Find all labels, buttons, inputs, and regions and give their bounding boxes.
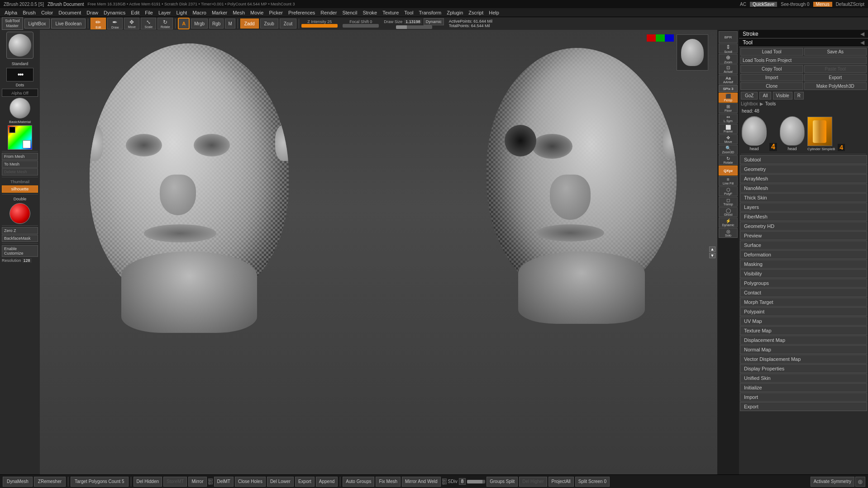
nav-down-arrow[interactable]: ▼ <box>709 253 715 258</box>
corner-icon[interactable]: ⊕ <box>855 477 865 487</box>
default-script[interactable]: DefaultZScript <box>836 2 864 7</box>
thick-skin-section-btn[interactable]: Thick Skin <box>740 193 867 202</box>
tool-panel-header[interactable]: Tool ◀ <box>739 38 868 47</box>
make-polymesh-btn[interactable]: Make PolyMesh3D <box>804 82 867 90</box>
brush-preview[interactable] <box>6 32 33 59</box>
normal-map-section-btn[interactable]: Normal Map <box>740 345 867 354</box>
unified-skin-section-btn[interactable]: Unified Skin <box>740 374 867 383</box>
see-through[interactable]: See-through 0 <box>781 2 809 7</box>
draw-size-slider[interactable] <box>396 25 432 29</box>
activate-symmetry-btn[interactable]: Activate Symmetry <box>811 477 854 487</box>
menu-zscript[interactable]: Zscript <box>466 9 486 16</box>
menu-render[interactable]: Render <box>318 9 339 16</box>
actual-btn[interactable]: ⊡ Actual <box>719 64 738 74</box>
lightbox-btn[interactable]: LightBox <box>24 19 50 28</box>
material-sphere[interactable] <box>10 203 30 224</box>
vector-displacement-section-btn[interactable]: Vector Displacement Map <box>740 355 867 364</box>
geometry-section-btn[interactable]: Geometry <box>740 165 867 174</box>
menu-file[interactable]: File <box>142 9 156 16</box>
uv-map-section-btn[interactable]: UV Map <box>740 317 867 326</box>
save-as-btn[interactable]: Save As <box>804 48 867 56</box>
enable-customize-btn[interactable]: Enable Customize <box>2 245 38 257</box>
frame-btn[interactable]: ⬜ Frame <box>719 124 738 134</box>
menu-layer[interactable]: Layer <box>156 9 174 16</box>
rotate-btn[interactable]: ↻ Rotate <box>157 18 173 29</box>
contact-section-btn[interactable]: Contact <box>740 288 867 297</box>
menu-help[interactable]: Help <box>486 9 502 16</box>
zoom-btn[interactable]: ⊕ Zoom <box>719 54 738 64</box>
live-boolean-btn[interactable]: Live Boolean <box>51 19 86 28</box>
cylinder-thumb[interactable]: Cylinder SimpleB <box>807 117 835 151</box>
append-btn[interactable]: Append <box>316 477 338 487</box>
zadd-btn[interactable]: Zadd <box>240 19 259 28</box>
tools-label[interactable]: Tools <box>765 101 776 106</box>
solo-btn[interactable]: ◎ Solo <box>719 228 738 238</box>
zremesher-btn[interactable]: ZRemesher <box>34 477 66 487</box>
target-polygons-btn[interactable]: Target Polygons Count 5 <box>71 477 129 487</box>
dynamic-vert-btn[interactable]: ⚡ Dynamic <box>719 218 738 227</box>
all-btn[interactable]: All <box>759 92 771 99</box>
alpha-preview[interactable]: Alpha Off <box>2 89 38 97</box>
polyf-btn[interactable]: ⬡ PolyF <box>719 186 738 196</box>
zoom3d-btn[interactable]: 🔍 Zoom3D <box>719 145 738 155</box>
rotate3d-btn[interactable]: ↻ Rotate <box>719 155 738 165</box>
geometry-hd-section-btn[interactable]: Geometry HD <box>740 222 867 231</box>
alpha-indicator[interactable]: A <box>178 18 190 29</box>
zcut-btn[interactable]: Zcut <box>280 19 296 28</box>
menu-alpha[interactable]: Alpha <box>2 9 20 16</box>
displacement-map-section-btn[interactable]: Displacement Map <box>740 336 867 345</box>
menu-mesh[interactable]: Mesh <box>230 9 248 16</box>
draw-btn[interactable]: ✒ Draw <box>107 18 123 29</box>
menu-texture[interactable]: Texture <box>380 9 401 16</box>
menu-dynamics[interactable]: Dynamics <box>101 9 128 16</box>
scroll-btn[interactable]: ⇕ Scroll <box>719 43 738 53</box>
material-preview[interactable] <box>10 98 30 118</box>
load-tool-btn[interactable]: Load Tool <box>740 48 803 56</box>
dynamic-btn[interactable]: Dynamic <box>424 18 444 25</box>
morph-target-section-btn[interactable]: Morph Target <box>740 298 867 307</box>
persp-btn[interactable]: ⬛ Persp <box>719 93 738 103</box>
color-picker-area[interactable] <box>8 125 32 150</box>
mrgb-btn[interactable]: Mrgb <box>191 19 208 28</box>
ghost-btn[interactable]: ◯ Ghost <box>719 207 738 217</box>
menu-marker[interactable]: Marker <box>209 9 230 16</box>
paste-tool-btn[interactable]: Paste Tool <box>804 65 867 73</box>
menu-draw[interactable]: Draw <box>84 9 101 16</box>
menu-color[interactable]: Color <box>38 9 56 16</box>
nav-up-arrow[interactable]: ▲ <box>709 246 715 252</box>
del-higher-btn[interactable]: Del Higher <box>519 477 547 487</box>
menus-btn[interactable]: Menus <box>813 2 832 7</box>
del-hidden-btn[interactable]: Del Hidden <box>134 477 162 487</box>
stroke-preview[interactable]: • • • <box>6 68 33 81</box>
r-btn[interactable]: R <box>794 92 804 99</box>
groups-split-btn[interactable]: Groups Split <box>486 477 518 487</box>
initialize-section-btn[interactable]: Initialize <box>740 383 867 392</box>
menu-zplugin[interactable]: Zplugin <box>444 9 466 16</box>
auto-groups-btn[interactable]: Auto Groups <box>343 477 374 487</box>
store-mt-btn[interactable]: StoreMT <box>163 477 187 487</box>
delete-mesh-btn[interactable]: Delete Mesh <box>2 168 38 175</box>
menu-edit[interactable]: Edit <box>128 9 142 16</box>
polygroups-section-btn[interactable]: Polygroups <box>740 279 867 288</box>
split-screen-btn[interactable]: Split Screen 0 <box>575 477 610 487</box>
linefill-btn[interactable]: ≡ Line Fill <box>719 176 738 186</box>
edit-btn[interactable]: ✏ Edit <box>91 18 106 29</box>
mirror-weld-btn[interactable]: Mirror And Weld <box>402 477 441 487</box>
menu-transform[interactable]: Transform <box>416 9 444 16</box>
floor-btn[interactable]: ⊞ Floor <box>719 103 738 113</box>
m-btn[interactable]: M <box>225 19 235 28</box>
export-section-btn[interactable]: Export <box>740 402 867 411</box>
layers-section-btn[interactable]: Layers <box>740 203 867 212</box>
bpr-btn[interactable]: BPR <box>719 31 738 43</box>
sdiv-slider[interactable] <box>467 480 485 483</box>
polypaint-section-btn[interactable]: Polypaint <box>740 307 867 316</box>
mirror-btn[interactable]: Mirror <box>188 477 206 487</box>
menu-preferences[interactable]: Preferences <box>286 9 318 16</box>
del-mt-btn[interactable]: DelMT <box>214 477 234 487</box>
subtool-section-btn[interactable]: Subtool <box>740 155 867 164</box>
menu-brush[interactable]: Brush <box>20 9 38 16</box>
menu-stroke[interactable]: Stroke <box>360 9 380 16</box>
dyna-mesh-btn[interactable]: DynaMesh <box>3 477 33 487</box>
visible-btn[interactable]: Visible <box>773 92 792 99</box>
transp-btn[interactable]: ◻ Transp <box>719 197 738 207</box>
